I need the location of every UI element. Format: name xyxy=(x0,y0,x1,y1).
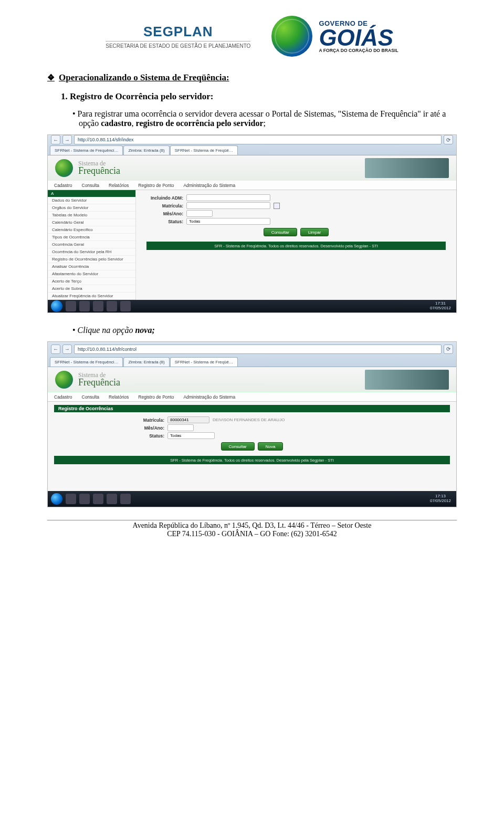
app-footer-bar: SFR - Sistema de Freqüência. Todos os di… xyxy=(146,242,446,250)
taskbar-icon[interactable] xyxy=(120,494,131,504)
clock-date: 07/05/2012 xyxy=(430,499,451,504)
select-status[interactable]: Todas xyxy=(186,218,270,225)
sidebar-item[interactable]: Acerto de Sobra xyxy=(48,285,135,293)
sidebar-item[interactable]: Afastamento do Servidor xyxy=(48,270,135,278)
consultar-button[interactable]: Consultar xyxy=(264,228,297,236)
app-brand-image xyxy=(365,370,449,390)
app-brand-image xyxy=(365,158,449,178)
sidebar-item[interactable]: Ocorrência do Servidor pela RH xyxy=(48,248,135,256)
diamond-bullet-icon: ❖ xyxy=(47,72,55,82)
start-button[interactable] xyxy=(51,493,62,505)
taskbar-icon[interactable] xyxy=(93,494,103,504)
browser-tab-active[interactable]: SFRNet - Sistema de Freqüê… xyxy=(170,357,238,367)
goias-slogan: A FORÇA DO CORAÇÃO DO BRASIL xyxy=(319,48,398,53)
taskbar-icon[interactable] xyxy=(79,301,90,311)
input-matricula[interactable]: 80000341 xyxy=(167,416,209,423)
app-body: Sistema de Frequência Cadastro Consulta … xyxy=(48,155,456,300)
sidebar-item[interactable]: Tabelas de Modelo xyxy=(48,212,135,219)
nova-button[interactable]: Nova xyxy=(258,442,284,451)
status-value: Todas xyxy=(189,219,200,224)
sidebar-menu: A Dados do Servidor Orgãos do Servidor T… xyxy=(48,190,136,300)
sidebar-item[interactable]: Analisar Ocorrência xyxy=(48,263,135,270)
menu-item[interactable]: Registro de Ponto xyxy=(138,183,174,188)
browser-tab[interactable]: SFRNet - Sistema de Frequênci… xyxy=(50,145,123,155)
document-header: SEGPLAN SECRETARIA DE ESTADO DE GESTÃO E… xyxy=(47,16,457,57)
refresh-button[interactable]: ⟳ xyxy=(444,135,453,144)
forward-button[interactable]: → xyxy=(62,345,72,354)
menu-item[interactable]: Administração do Sistema xyxy=(183,183,235,188)
back-button[interactable]: ← xyxy=(51,135,60,144)
back-button[interactable]: ← xyxy=(51,345,60,354)
menu-item[interactable]: Registro de Ponto xyxy=(138,394,174,400)
sidebar-item[interactable]: Calendário Específico xyxy=(48,226,135,234)
browser-tab[interactable]: SFRNet - Sistema de Frequênci… xyxy=(50,357,123,367)
segplan-tagline: SECRETARIA DE ESTADO DE GESTÃO E PLANEJA… xyxy=(106,41,250,49)
address-bar[interactable]: http://10.0.80.114/sfr/index xyxy=(74,135,442,144)
menu-item[interactable]: Consulta xyxy=(82,183,100,188)
consultar-button[interactable]: Consultar xyxy=(221,442,255,451)
menu-item[interactable]: Administração do Sistema xyxy=(183,394,235,400)
app-main: A Dados do Servidor Orgãos do Servidor T… xyxy=(48,190,456,300)
bullet-1: Para registrar uma ocorrência o servidor… xyxy=(79,109,457,128)
menu-item[interactable]: Relatórios xyxy=(109,183,129,188)
menu-item[interactable]: Cadastro xyxy=(54,394,72,400)
sidebar-item[interactable]: Registro de Ocorrências pelo Servidor xyxy=(48,256,135,263)
sidebar-item[interactable]: Tipos de Ocorrência xyxy=(48,234,135,241)
start-button[interactable] xyxy=(51,300,62,312)
browser-tab-active[interactable]: SFRNet - Sistema de Freqüê… xyxy=(170,145,238,155)
goias-main: GOIÁS xyxy=(319,27,398,48)
taskbar-icon[interactable] xyxy=(93,301,103,311)
browser-tab[interactable]: Zimbra: Entrada (8) xyxy=(123,145,169,155)
input-mes-ano[interactable] xyxy=(186,210,213,217)
app-logo-icon xyxy=(55,371,73,389)
taskbar-icon[interactable] xyxy=(66,494,76,504)
input-incluindo-adm[interactable] xyxy=(186,194,270,201)
input-mes-ano[interactable] xyxy=(167,424,194,431)
sidebar-header: A xyxy=(48,190,135,197)
refresh-button[interactable]: ⟳ xyxy=(444,345,453,354)
label-mes-ano: Mês/Ano: xyxy=(146,211,183,216)
limpar-button[interactable]: Limpar xyxy=(300,228,329,236)
sidebar-item[interactable]: Dados do Servidor xyxy=(48,197,135,204)
embedded-screenshot-1: ← → http://10.0.80.114/sfr/index ⟳ SFRNe… xyxy=(47,134,457,313)
bullet2-bold: nova; xyxy=(135,326,154,335)
sidebar-item[interactable]: Acerto de Terço xyxy=(48,278,135,285)
input-matricula[interactable] xyxy=(186,202,270,209)
label-mes-ano: Mês/Ano: xyxy=(128,425,164,431)
content-panel: Registro de Ocorrências Matrícula: 80000… xyxy=(48,402,456,491)
sidebar-item[interactable]: Atualizar Freqüência do Servidor xyxy=(48,293,135,300)
forward-button[interactable]: → xyxy=(62,135,72,144)
browser-chrome: ← → http://10.0.80.114/sfr/control ⟳ SFR… xyxy=(48,342,456,367)
taskbar-icon[interactable] xyxy=(66,301,76,311)
menu-item[interactable]: Cadastro xyxy=(54,183,72,188)
filter-form: Incluindo ADM: Matrícula: Mês/Ano: Statu… xyxy=(136,190,456,300)
sidebar-item[interactable]: Calendário Geral xyxy=(48,219,135,226)
matricula-value: 80000341 xyxy=(170,418,189,422)
app-title: Sistema de Frequência xyxy=(78,371,120,388)
servidor-name: DEIVISON FERNANDES DE ARAUJO xyxy=(213,418,285,422)
browser-tabs: SFRNet - Sistema de Frequênci… Zimbra: E… xyxy=(48,356,456,367)
select-status[interactable]: Todas xyxy=(167,432,215,439)
browser-tab[interactable]: Zimbra: Entrada (8) xyxy=(123,357,169,367)
bullet1-bold1: cadastro xyxy=(101,119,131,128)
checkbox-matricula[interactable] xyxy=(274,203,280,209)
taskbar-icon[interactable] xyxy=(120,301,131,311)
footer-line-2: CEP 74.115-030 - GOIÂNIA – GO Fone: (62)… xyxy=(47,530,457,538)
sidebar-item[interactable]: Orgãos do Servidor xyxy=(48,204,135,212)
taskbar-icon[interactable] xyxy=(79,494,90,504)
bullet1-mid: , xyxy=(132,119,136,128)
taskbar-icon[interactable] xyxy=(107,494,117,504)
taskbar-icon[interactable] xyxy=(107,301,117,311)
app-brand-bar: Sistema de Frequência xyxy=(48,155,456,181)
sidebar-item[interactable]: Ocorrência Geral xyxy=(48,241,135,248)
panel-title: Registro de Ocorrências xyxy=(54,405,450,412)
browser-toolbar: ← → http://10.0.80.114/sfr/index ⟳ xyxy=(48,135,456,144)
menu-item[interactable]: Relatórios xyxy=(109,394,129,400)
windows-taskbar: 17:31 07/05/2012 xyxy=(48,300,456,312)
embedded-screenshot-2: ← → http://10.0.80.114/sfr/control ⟳ SFR… xyxy=(47,341,457,507)
menu-item[interactable]: Consulta xyxy=(82,394,100,400)
label-status: Status: xyxy=(128,433,164,439)
segplan-logo: SEGPLAN SECRETARIA DE ESTADO DE GESTÃO E… xyxy=(106,24,250,49)
footer-line-1: Avenida República do Líbano, nº 1.945, Q… xyxy=(47,521,457,530)
address-bar[interactable]: http://10.0.80.114/sfr/control xyxy=(74,345,442,354)
